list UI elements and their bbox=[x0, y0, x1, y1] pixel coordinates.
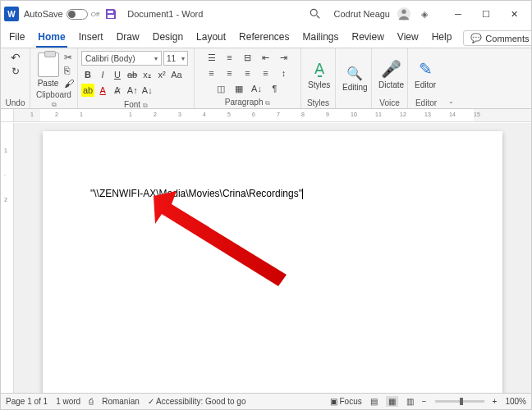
tab-home[interactable]: Home bbox=[36, 28, 66, 48]
align-left-button[interactable]: ≡ bbox=[204, 66, 219, 80]
clear-format-button[interactable]: A̷ bbox=[111, 84, 124, 97]
tab-insert[interactable]: Insert bbox=[77, 28, 105, 48]
grow-font-button[interactable]: A↑ bbox=[126, 84, 139, 97]
autosave-toggle[interactable]: AutoSave Off bbox=[24, 9, 99, 20]
numbering-button[interactable]: ≡ bbox=[222, 51, 237, 64]
line-spacing-button[interactable]: ↕ bbox=[277, 66, 291, 80]
underline-button[interactable]: U bbox=[111, 68, 124, 81]
indent-right-button[interactable]: ⇥ bbox=[277, 51, 291, 64]
clipboard-icon bbox=[38, 52, 59, 77]
cut-icon[interactable]: ✂ bbox=[64, 52, 74, 63]
document-text[interactable]: "\\ZENWIFI-AX\Media\Movies\Crina\Recordi… bbox=[90, 188, 302, 199]
user-avatar-icon[interactable] bbox=[397, 7, 411, 21]
zoom-out-button[interactable]: − bbox=[422, 397, 427, 406]
vertical-ruler[interactable]: 1·2 bbox=[1, 123, 14, 393]
italic-button[interactable]: I bbox=[96, 68, 109, 81]
language-status[interactable]: Romanian bbox=[102, 397, 140, 406]
editor-button[interactable]: ✎Editor bbox=[411, 57, 439, 91]
justify-button[interactable]: ≡ bbox=[259, 66, 273, 80]
superscript-button[interactable]: x² bbox=[155, 68, 168, 81]
text-case-button[interactable]: Aa bbox=[170, 68, 183, 81]
minimize-button[interactable]: ─ bbox=[444, 2, 472, 25]
page-scroll-area[interactable]: "\\ZENWIFI-AX\Media\Movies\Crina\Recordi… bbox=[14, 123, 531, 393]
font-color-button[interactable]: A bbox=[96, 84, 109, 97]
word-count[interactable]: 1 word bbox=[56, 397, 80, 406]
format-painter-icon[interactable]: 🖌 bbox=[64, 78, 74, 89]
ribbon-tabs: FileHomeInsertDrawDesignLayoutReferences… bbox=[1, 27, 531, 48]
titlebar: W AutoSave Off Document1 - Word Codrut N… bbox=[1, 1, 531, 27]
print-layout-icon[interactable]: ▦ bbox=[386, 396, 398, 407]
editing-button[interactable]: 🔍Editing bbox=[339, 64, 371, 93]
editor-group: ✎Editor Editor bbox=[408, 48, 444, 108]
spellcheck-icon[interactable]: ⎙ bbox=[89, 397, 94, 406]
subscript-button[interactable]: x₂ bbox=[140, 68, 154, 81]
close-button[interactable]: ✕ bbox=[500, 2, 528, 25]
tab-help[interactable]: Help bbox=[430, 28, 454, 48]
editor-icon: ✎ bbox=[419, 59, 433, 79]
styles-button[interactable]: A̱Styles bbox=[305, 57, 333, 91]
redo-icon[interactable]: ↻ bbox=[11, 66, 20, 77]
svg-point-0 bbox=[310, 9, 317, 16]
statusbar: Page 1 of 1 1 word ⎙ Romanian ✓ Accessib… bbox=[1, 393, 531, 409]
highlight-button[interactable]: ab bbox=[81, 84, 94, 97]
tab-design[interactable]: Design bbox=[151, 28, 185, 48]
undo-group: ↶ ↻ Undo bbox=[1, 48, 30, 108]
dictate-button[interactable]: 🎤Dictate bbox=[375, 57, 407, 91]
undo-icon[interactable]: ↶ bbox=[11, 51, 21, 64]
diamond-icon[interactable]: ◈ bbox=[421, 9, 428, 20]
paragraph-group: ☰ ≡ ⊟ ⇤ ⇥ ≡ ≡ ≡ ≡ ↕ ◫ ▦ A↓ ¶ Paragraph ⧉ bbox=[195, 48, 301, 108]
document-area: 1·2 "\\ZENWIFI-AX\Media\Movies\Crina\Rec… bbox=[1, 123, 531, 393]
word-app-icon: W bbox=[4, 7, 19, 21]
tab-references[interactable]: References bbox=[237, 28, 291, 48]
search-icon[interactable] bbox=[310, 8, 321, 20]
copy-icon[interactable]: ⎘ bbox=[64, 65, 74, 76]
zoom-slider[interactable] bbox=[435, 400, 484, 403]
document-page[interactable]: "\\ZENWIFI-AX\Media\Movies\Crina\Recordi… bbox=[43, 131, 502, 393]
accessibility-status[interactable]: ✓ Accessibility: Good to go bbox=[148, 397, 246, 406]
sort-button[interactable]: A↓ bbox=[250, 82, 264, 95]
web-layout-icon[interactable]: ▥ bbox=[406, 397, 414, 406]
align-right-button[interactable]: ≡ bbox=[241, 66, 255, 80]
indent-left-button[interactable]: ⇤ bbox=[259, 51, 273, 64]
paste-button[interactable]: Paste bbox=[34, 51, 62, 89]
multilevel-button[interactable]: ⊟ bbox=[241, 51, 255, 64]
focus-mode-button[interactable]: ▣ Focus bbox=[330, 397, 362, 406]
tab-draw[interactable]: Draw bbox=[115, 28, 141, 48]
comments-label: Comments bbox=[485, 34, 529, 43]
tab-review[interactable]: Review bbox=[351, 28, 386, 48]
shading-button[interactable]: ◫ bbox=[213, 82, 228, 95]
clipboard-label: Clipboard bbox=[36, 90, 71, 99]
styles-icon: A̱ bbox=[310, 59, 329, 79]
editing-group: 🔍Editing bbox=[336, 48, 372, 108]
autosave-label: AutoSave bbox=[24, 9, 63, 19]
save-icon[interactable] bbox=[104, 7, 117, 20]
font-name-select[interactable]: Calibri (Body)▾ bbox=[81, 51, 162, 66]
strike-button[interactable]: ab bbox=[126, 68, 139, 81]
read-mode-icon[interactable]: ▤ bbox=[370, 397, 378, 406]
document-title: Document1 - Word bbox=[127, 9, 203, 19]
shrink-font-button[interactable]: A↓ bbox=[140, 84, 154, 97]
user-name[interactable]: Codrut Neagu bbox=[334, 9, 391, 19]
borders-button[interactable]: ▦ bbox=[232, 82, 246, 95]
bullets-button[interactable]: ☰ bbox=[204, 51, 219, 64]
tab-mailings[interactable]: Mailings bbox=[300, 28, 340, 48]
comments-button[interactable]: 💬 Comments ▾ bbox=[463, 30, 532, 46]
zoom-level[interactable]: 100% bbox=[505, 397, 526, 406]
collapse-ribbon-icon[interactable]: ⌄ bbox=[448, 98, 454, 105]
paragraph-label: Paragraph bbox=[225, 98, 264, 107]
zoom-in-button[interactable]: + bbox=[493, 397, 498, 406]
search-icon: 🔍 bbox=[346, 66, 363, 81]
tab-layout[interactable]: Layout bbox=[195, 28, 227, 48]
bold-button[interactable]: B bbox=[81, 68, 94, 81]
font-size-select[interactable]: 11▾ bbox=[163, 51, 188, 66]
ribbon: ↶ ↻ Undo Paste ✂ ⎘ 🖌 Clipboard ⧉ Calibri… bbox=[1, 48, 531, 109]
voice-label: Voice bbox=[375, 98, 404, 107]
show-marks-button[interactable]: ¶ bbox=[268, 82, 282, 95]
tab-view[interactable]: View bbox=[396, 28, 420, 48]
tab-file[interactable]: File bbox=[7, 28, 26, 48]
align-center-button[interactable]: ≡ bbox=[222, 66, 237, 80]
comment-icon: 💬 bbox=[470, 33, 482, 43]
page-status[interactable]: Page 1 of 1 bbox=[6, 397, 48, 406]
maximize-button[interactable]: ☐ bbox=[472, 2, 500, 25]
horizontal-ruler[interactable]: 121123456789101112131415 bbox=[14, 109, 531, 121]
